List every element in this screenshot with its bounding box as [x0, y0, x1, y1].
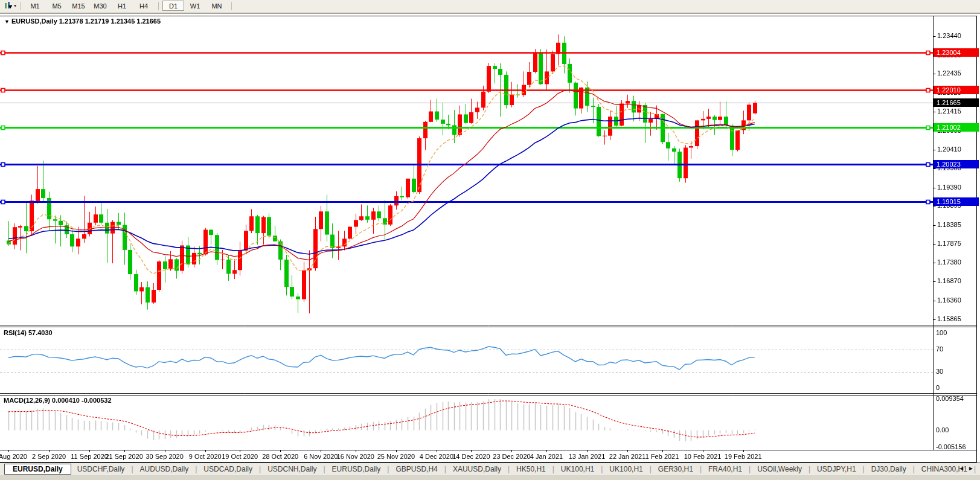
symbol-tab-ger30-h1[interactable]: GER30,H1	[652, 464, 699, 474]
macd-axis-tick: -0.005156	[936, 443, 966, 450]
tab-separator: |	[552, 465, 554, 473]
tab-scroll-arrows[interactable]: ◄►	[958, 465, 978, 472]
date-axis-label: 30 Sep 2020	[146, 453, 183, 460]
symbol-tab-xauusd-daily[interactable]: XAUUSD,Daily	[447, 464, 507, 474]
macd-axis-tick: 0.00	[936, 426, 949, 434]
price-axis-tick: 1.18385	[937, 221, 961, 228]
tab-separator: |	[195, 465, 197, 473]
tab-separator: |	[444, 465, 446, 473]
tab-separator: |	[323, 465, 325, 473]
tab-separator: |	[863, 465, 865, 473]
rsi-axis-tick: 70	[936, 345, 943, 353]
symbol-tab-usdcnh-daily[interactable]: USDCNH,Daily	[261, 464, 322, 474]
date-axis-label: 10 Feb 2021	[684, 453, 722, 460]
symbol-tab-hk50-h1[interactable]: HK50,H1	[510, 464, 552, 474]
status-strip	[0, 475, 980, 480]
rsi-axis-tick: 30	[936, 368, 943, 375]
rsi-axis-tick: 100	[936, 329, 947, 336]
date-axis-label: 19 Feb 2021	[725, 453, 762, 460]
date-axis-label: 14 Dec 2020	[452, 453, 490, 460]
price-axis-tick: 1.17875	[937, 240, 961, 247]
current-price-badge: 1.21665	[934, 98, 979, 107]
price-axis-tick: 1.19390	[937, 184, 961, 191]
chart-title: ▼ EURUSD,Daily 1.21378 1.21719 1.21345 1…	[4, 18, 161, 25]
collapse-triangle-icon[interactable]: ▼	[4, 19, 10, 25]
date-axis-label: 23 Dec 2020	[493, 453, 530, 460]
tab-separator: |	[508, 465, 510, 473]
rsi-label: RSI(14) 57.4030	[4, 329, 53, 336]
symbol-tab-uk100-h1[interactable]: UK100,H1	[555, 464, 600, 474]
hline-price-badge: 1.20023	[934, 160, 979, 168]
tab-separator: |	[650, 465, 652, 473]
rsi-axis-tick: 0	[936, 384, 940, 391]
price-axis-tick: 1.23440	[937, 32, 961, 39]
price-axis-tick: 1.21415	[937, 107, 961, 115]
date-axis-label: 4 Dec 2020	[420, 453, 453, 460]
symbol-tab-usdchf-daily[interactable]: USDCHF,Daily	[71, 464, 131, 474]
tab-separator: |	[809, 465, 810, 473]
symbol-tab-uk100-h1[interactable]: UK100,H1	[603, 464, 649, 474]
date-axis-label: 11 Sep 2020	[71, 453, 108, 460]
tab-separator: |	[387, 465, 389, 473]
hline-price-badge: 1.22010	[934, 86, 979, 94]
date-axis-label: 6 Nov 2020	[304, 453, 338, 460]
date-axis-label: 19 Oct 2020	[222, 453, 258, 460]
tab-scroll-right-icon[interactable]: ►	[968, 465, 978, 472]
symbol-tab-eurusd-daily[interactable]: EURUSD,Daily	[4, 464, 71, 475]
price-axis-tick: 1.22435	[937, 69, 961, 77]
tab-separator: |	[913, 465, 915, 473]
hline-price-badge: 1.19015	[934, 197, 979, 206]
tab-separator: |	[700, 465, 702, 473]
price-axis-tick: 1.15865	[937, 315, 961, 322]
date-axis-label: 2 Sep 2020	[32, 453, 66, 460]
date-axis-label: 13 Jan 2021	[569, 453, 606, 460]
date-axis-label: 1 Feb 2021	[645, 453, 679, 460]
macd-label: MACD(12,26,9) 0.000410 -0.000532	[4, 397, 112, 404]
date-axis-label: 28 Oct 2020	[262, 453, 298, 460]
tab-separator: |	[131, 465, 133, 473]
symbol-tab-fra40-h1[interactable]: FRA40,H1	[702, 464, 748, 474]
symbol-tab-audusd-daily[interactable]: AUDUSD,Daily	[134, 464, 195, 474]
price-axis-tick: 1.17380	[937, 258, 961, 266]
date-axis-label: 25 Nov 2020	[377, 453, 415, 460]
date-axis-label: 22 Jan 2021	[609, 453, 646, 460]
price-axis-tick: 1.20410	[937, 146, 961, 153]
symbol-tab-usdjpy-h1[interactable]: USDJPY,H1	[811, 464, 862, 474]
tab-separator: |	[601, 465, 603, 473]
date-axis-label: 16 Nov 2020	[337, 453, 374, 460]
date-axis-label: 4 Jan 2021	[530, 453, 563, 460]
tab-scroll-left-icon[interactable]: ◄	[958, 465, 968, 472]
date-axis-label: 21 Sep 2020	[105, 453, 143, 460]
tab-separator: |	[259, 465, 261, 473]
price-axis-tick: 1.16870	[937, 277, 961, 284]
symbol-tab-gbpusd-h4[interactable]: GBPUSD,H4	[389, 464, 443, 474]
symbol-tab-bar: EURUSD,DailyUSDCHF,Daily|AUDUSD,Daily|US…	[0, 462, 980, 475]
date-axis-label: 24 Aug 2020	[0, 453, 27, 460]
symbol-tab-usoil-weekly[interactable]: USOil,Weekly	[751, 464, 808, 474]
price-axis-tick: 1.16360	[937, 296, 961, 304]
chart-canvas[interactable]	[0, 0, 980, 480]
chart-ohlc-values: 1.21378 1.21719 1.21345 1.21665	[59, 18, 161, 25]
chart-symbol-label: EURUSD,Daily	[11, 18, 57, 25]
hline-price-badge: 1.23004	[934, 48, 979, 57]
symbol-tab-usdcad-daily[interactable]: USDCAD,Daily	[197, 464, 258, 474]
symbol-tab-eurusd-daily[interactable]: EURUSD,Daily	[326, 464, 387, 474]
tab-separator: |	[749, 465, 751, 473]
macd-axis-tick: 0.009354	[936, 395, 964, 402]
hline-price-badge: 1.21002	[934, 123, 979, 132]
date-axis-label: 9 Oct 2020	[189, 453, 222, 460]
symbol-tab-dj30-daily[interactable]: DJ30,Daily	[865, 464, 912, 474]
mt4-window: { "toolbar": { "cursor_tool_icon": "char…	[0, 0, 980, 480]
